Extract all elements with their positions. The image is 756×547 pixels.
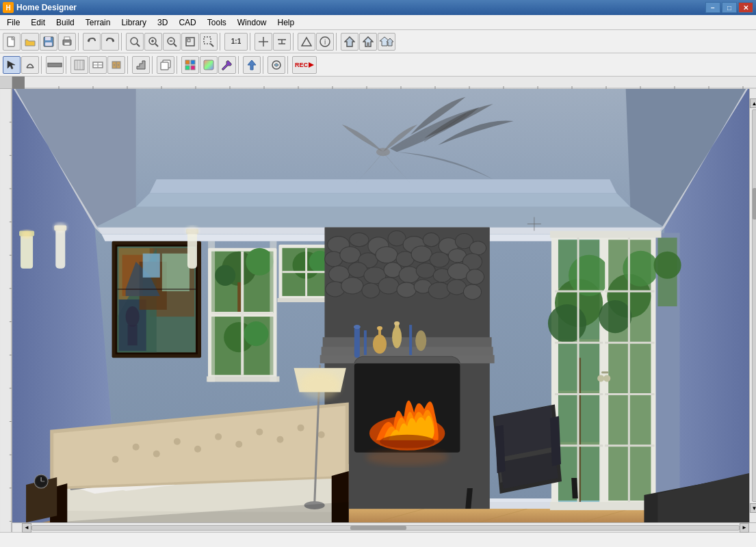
- svg-point-142: [126, 306, 140, 327]
- svg-rect-57: [204, 60, 213, 70]
- zoom-window-button[interactable]: [181, 33, 199, 51]
- svg-line-12: [155, 44, 158, 46]
- 3d-viewport[interactable]: [12, 89, 749, 522]
- menu-cad[interactable]: CAD: [173, 15, 201, 29]
- room-scene: [12, 89, 749, 522]
- scrollbar-vertical-track[interactable]: [752, 109, 757, 502]
- info-button[interactable]: i: [316, 33, 334, 51]
- svg-point-220: [380, 435, 434, 449]
- stairs-button[interactable]: [132, 56, 150, 74]
- real-size-button[interactable]: 1:1: [224, 33, 248, 51]
- scrollbar-vertical[interactable]: ▲ ▼: [749, 89, 756, 522]
- menu-build[interactable]: Build: [51, 15, 80, 29]
- svg-point-197: [362, 283, 380, 298]
- svg-point-208: [354, 325, 361, 329]
- menu-tools[interactable]: Tools: [202, 15, 232, 29]
- scroll-down-button[interactable]: ▼: [750, 503, 757, 513]
- svg-point-191: [416, 263, 435, 278]
- svg-point-273: [256, 429, 263, 436]
- undo-button[interactable]: [83, 33, 101, 51]
- svg-point-176: [469, 241, 486, 255]
- open-button[interactable]: [21, 33, 39, 51]
- svg-rect-209: [364, 330, 367, 355]
- svg-point-112: [21, 230, 32, 239]
- scrollbar-vertical-thumb[interactable]: [753, 188, 757, 219]
- new-button[interactable]: [3, 33, 21, 51]
- svg-point-196: [341, 278, 363, 294]
- svg-point-199: [397, 282, 416, 297]
- main-area: /* ruler ticks handled by inline marks *…: [0, 77, 756, 532]
- maximize-button[interactable]: □: [722, 2, 737, 13]
- arc-tool-button[interactable]: [21, 56, 39, 74]
- toolbar-draw: REC: [0, 53, 756, 77]
- scroll-left-button[interactable]: ◄: [22, 523, 31, 533]
- close-button[interactable]: ✕: [738, 2, 753, 13]
- svg-rect-256: [550, 231, 662, 238]
- menu-window[interactable]: Window: [232, 15, 272, 29]
- menubar: File Edit Build Terrain Library 3D CAD T…: [0, 15, 756, 30]
- svg-rect-156: [207, 376, 279, 382]
- svg-rect-157: [208, 241, 215, 382]
- svg-rect-295: [571, 478, 578, 498]
- svg-line-10: [137, 44, 140, 46]
- menu-file[interactable]: File: [1, 15, 25, 29]
- texture-button[interactable]: [200, 56, 218, 74]
- scrollbar-horizontal-thumb[interactable]: [350, 526, 407, 530]
- select-button[interactable]: [3, 56, 21, 74]
- svg-point-183: [430, 252, 449, 267]
- floor-button[interactable]: [70, 56, 88, 74]
- svg-point-49: [114, 64, 115, 66]
- svg-point-272: [215, 433, 222, 440]
- menu-library[interactable]: Library: [116, 15, 152, 29]
- separator-13: [263, 56, 265, 74]
- canvas-inner: ▲ ▼: [12, 89, 756, 522]
- svg-point-255: [653, 252, 681, 279]
- svg-rect-55: [185, 66, 190, 70]
- zoom-in-button[interactable]: [144, 33, 162, 51]
- house-view1-button[interactable]: [341, 33, 359, 51]
- app-icon: H: [3, 2, 14, 13]
- svg-rect-19: [187, 39, 190, 42]
- minimize-button[interactable]: −: [705, 2, 720, 13]
- cabinet-button[interactable]: [107, 56, 125, 74]
- paint-button[interactable]: [218, 56, 236, 74]
- triangle-button[interactable]: [298, 33, 315, 51]
- menu-help[interactable]: Help: [272, 15, 300, 29]
- measure-button[interactable]: [273, 33, 291, 51]
- house-view3-button[interactable]: [378, 33, 395, 51]
- zoom-sel-button[interactable]: [200, 33, 218, 51]
- menu-terrain[interactable]: Terrain: [80, 15, 116, 29]
- material-button[interactable]: [181, 56, 199, 74]
- zoom-out-button[interactable]: [163, 33, 181, 51]
- scrollbar-horizontal[interactable]: ◄ ►: [12, 522, 756, 532]
- redo-button[interactable]: [101, 33, 119, 51]
- scrollbar-horizontal-track[interactable]: [31, 525, 740, 531]
- svg-point-169: [350, 233, 369, 247]
- window-button[interactable]: [89, 56, 107, 74]
- svg-rect-302: [55, 228, 65, 269]
- crosshair-button[interactable]: [255, 33, 272, 51]
- svg-rect-150: [237, 282, 241, 313]
- svg-marker-58: [248, 60, 256, 70]
- svg-point-271: [174, 438, 181, 445]
- ruler-corner: [0, 77, 12, 89]
- house-view2-button[interactable]: [359, 33, 377, 51]
- save-button[interactable]: [40, 33, 57, 51]
- zoom-fit-button[interactable]: [126, 33, 144, 51]
- arrow-up-button[interactable]: [243, 56, 261, 74]
- scroll-right-button[interactable]: ►: [740, 523, 749, 533]
- separator-1: [78, 33, 81, 51]
- record-button[interactable]: REC: [292, 56, 317, 74]
- svg-point-212: [377, 326, 382, 330]
- transform-button[interactable]: [268, 56, 285, 74]
- svg-rect-5: [64, 37, 70, 40]
- print-button[interactable]: [58, 33, 76, 51]
- menu-edit[interactable]: Edit: [25, 15, 51, 29]
- scroll-up-button[interactable]: ▲: [750, 98, 757, 108]
- svg-rect-214: [395, 323, 399, 338]
- svg-rect-139: [143, 254, 160, 278]
- menu-3d[interactable]: 3D: [152, 15, 173, 29]
- copy-button[interactable]: [157, 56, 174, 74]
- svg-point-274: [298, 425, 304, 431]
- wall-tool-button[interactable]: [46, 56, 64, 74]
